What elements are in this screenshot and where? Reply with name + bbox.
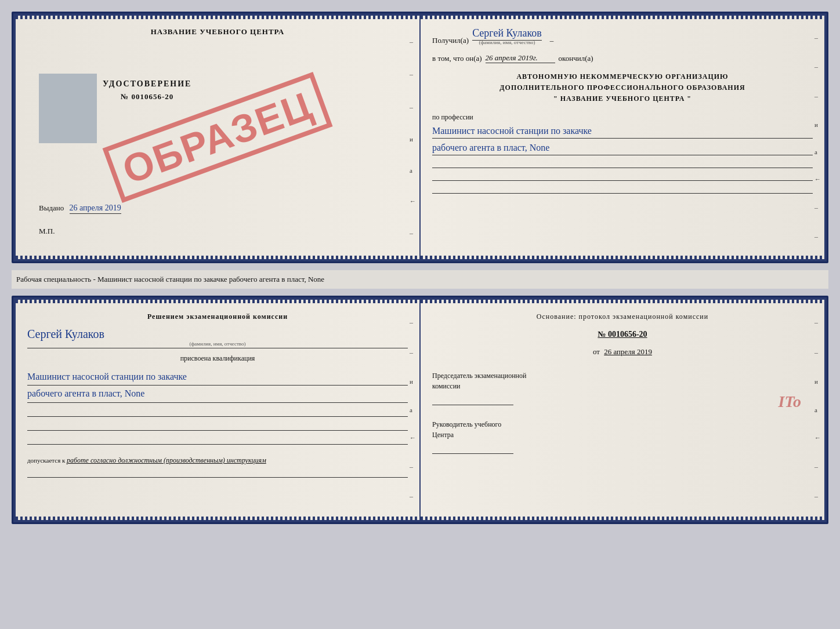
name-sub-top: (фамилия, имя, отчество) [472,39,542,45]
top-document-spread: НАЗВАНИЕ УЧЕБНОГО ЦЕНТРА УДОСТОВЕРЕНИЕ №… [12,12,828,263]
person-name-sub: (фамилия, имя, отчество) [27,341,408,347]
ito-mark: ITo [779,392,801,411]
okonchil-label: окончил(а) [559,54,593,63]
person-name-block: Сергей Кулаков (фамилия, имя, отчество) [27,328,408,348]
predsedatel-label2: комиссии [432,381,813,391]
top-left-page: НАЗВАНИЕ УЧЕБНОГО ЦЕНТРА УДОСТОВЕРЕНИЕ №… [16,16,421,259]
profession-line1: Машинист насосной станции по закачке [432,124,813,139]
vtom-date: 26 апреля 2019г. [486,53,555,63]
predsedatel-signature-line [432,394,513,405]
recipient-name-wrapper: Сергей Кулаков (фамилия, имя, отчество) [472,27,542,45]
osnovanie-label: Основание: протокол экзаменационной коми… [432,311,813,322]
side-right-marks: – – – и а ← – [410,16,416,259]
br-dash3: – [814,463,821,471]
qualif-line1: Машинист насосной станции по закачке [27,369,408,386]
dash-mark-r2: – [814,63,821,71]
dash-mark-1: – [410,38,416,46]
dash-separator: – [550,36,554,45]
udostoverenie-number: № 0010656-20 [103,92,191,101]
bl-a: а [410,406,416,413]
bottom-left-page: Решением экзаменационной комиссии Сергей… [16,300,421,520]
mp-line: М.П. [39,227,55,236]
br-a: а [814,406,821,413]
bottom-right-side-marks: – – и а ← – – [814,300,821,520]
dash-mark-r1: – [814,34,821,42]
br-arrow: ← [814,434,821,441]
rukovoditel-signature-line [432,442,513,454]
qualification-block: Машинист насосной станции по закачке раб… [27,369,408,445]
left-page-content: НАЗВАНИЕ УЧЕБНОГО ЦЕНТРА УДОСТОВЕРЕНИЕ №… [27,27,408,248]
bottom-right-content: Основание: протокол экзаменационной коми… [432,311,813,454]
org-line1: АВТОНОМНУЮ НЕКОММЕРЧЕСКУЮ ОРГАНИЗАЦИЮ [432,71,813,82]
dash-mark-2: – [410,70,416,79]
vydano-date: 26 апреля 2019 [70,203,121,214]
dash-mark-3: – [410,103,416,112]
dash-mark-r3: – [814,92,821,101]
br-dash2: – [814,348,821,357]
dash-mark-4: – [410,229,416,238]
rukovoditel-label1: Руководитель учебного [432,419,813,430]
right-page-content: Получил(а) Сергей Кулаков (фамилия, имя,… [432,27,813,194]
person-name: Сергей Кулаков [27,328,104,340]
recipient-name: Сергей Кулаков [472,27,542,41]
br-dash4: – [814,492,821,501]
vtom-line: в том, что он(а) 26 апреля 2019г. окончи… [432,53,813,63]
protocol-date: от 26 апреля 2019 [432,347,813,357]
dash-mark-r4: – [814,203,821,212]
br-dash1: – [814,318,821,327]
org-block: АВТОНОМНУЮ НЕКОММЕРЧЕСКУЮ ОРГАНИЗАЦИЮ ДО… [432,71,813,105]
org-line2: ДОПОЛНИТЕЛЬНОГО ПРОФЕССИОНАЛЬНОГО ОБРАЗО… [432,82,813,93]
vert-text-i: и [410,136,416,143]
qualif-line2: рабочего агента в пласт, None [27,386,408,403]
bottom-document-spread: Решением экзаменационной комиссии Сергей… [12,296,828,524]
predsedatel-block: Председатель экзаменационной комиссии [432,370,813,405]
protocol-date-label: от [593,347,600,356]
vert-text-rarrow: ← [814,176,821,183]
profession-block: по профессии Машинист насосной станции п… [432,113,813,194]
bl-dash2: – [410,348,416,357]
bl-dash3: – [410,463,416,471]
poluchil-line: Получил(а) Сергей Кулаков (фамилия, имя,… [432,27,813,45]
profession-line2: рабочего агента в пласт, None [432,141,813,155]
bottom-left-content: Решением экзаменационной комиссии Сергей… [27,311,408,478]
bottom-left-side-marks: – – и а ← – – [410,300,416,520]
prisvoena-label: присвоена квалификация [27,354,408,363]
dopuskaetsya-label: допускается к [27,457,65,464]
org-line3: " НАЗВАНИЕ УЧЕБНОГО ЦЕНТРА " [432,93,813,104]
bl-arrow: ← [410,434,416,441]
below-text-block: Рабочая специальность - Машинист насосно… [12,270,828,289]
po-professii-label: по профессии [432,113,813,122]
vert-text-ra: а [814,148,821,155]
reshenie-text: Решением экзаменационной комиссии [27,311,408,322]
vert-text-a: а [410,167,416,174]
dopuskaetsya-text: работе согласно должностным (производств… [67,456,266,464]
side-right-marks-r: – – – и а ← – – [814,16,821,259]
dash-mark-r5: – [814,232,821,241]
protocol-date-value: 26 апреля 2019 [604,347,652,356]
top-right-page: Получил(а) Сергей Кулаков (фамилия, имя,… [421,16,824,259]
br-i: и [814,378,821,385]
predsedatel-label1: Председатель экзаменационной [432,370,813,381]
bl-dash4: – [410,492,416,501]
below-text: Рабочая специальность - Машинист насосно… [16,275,324,283]
bl-i: и [410,378,416,385]
vtom-label: в том, что он(а) [432,54,482,63]
protocol-number: № 0010656-20 [432,330,813,339]
vert-text-ri: и [814,121,821,128]
bl-dash1: – [410,318,416,327]
vert-text-arrow: ← [410,198,416,205]
rukovoditel-label2: Центра [432,430,813,440]
bottom-right-page: Основание: протокол экзаменационной коми… [421,300,824,520]
udostoverenie-block: УДОСТОВЕРЕНИЕ № 0010656-20 [103,79,191,101]
vydano-line: Выдано 26 апреля 2019 [39,203,121,213]
center-title: НАЗВАНИЕ УЧЕБНОГО ЦЕНТРА [151,27,285,37]
rukovoditel-block: Руководитель учебного Центра [432,419,813,454]
poluchil-label: Получил(а) [432,36,469,45]
photo-placeholder [39,74,97,143]
vydano-label: Выдано [39,203,64,212]
dopuskaetsya-block: допускается к работе согласно должностны… [27,456,408,478]
udostoverenie-title: УДОСТОВЕРЕНИЕ [103,79,191,89]
